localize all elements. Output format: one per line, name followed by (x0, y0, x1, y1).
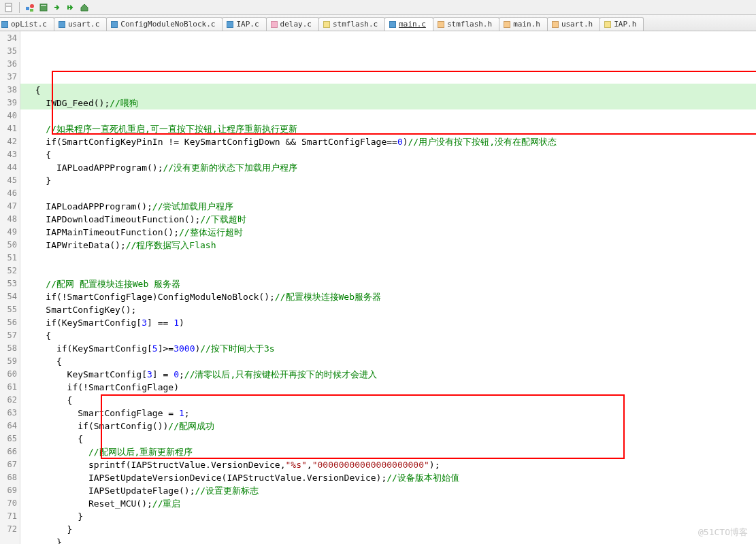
line-number: 51 (0, 252, 20, 265)
code-line: if(KeySmartConfig[3] == 1) (20, 316, 756, 329)
line-number: 35 (0, 45, 20, 58)
line-number: 59 (0, 355, 20, 368)
file-icon (504, 21, 510, 28)
code-area[interactable]: { IWDG_Feed();//喂狗 //如果程序一直死机重启,可一直按下按钮,… (20, 31, 756, 544)
editor: 3435363738394041424344454647484950515253… (0, 31, 756, 544)
tab-label: IAP.h (614, 20, 636, 29)
tab-IAP-c[interactable]: IAP.c (222, 17, 266, 31)
line-number: 66 (0, 445, 20, 458)
code-line: SmartConfigFlage = 1; (20, 407, 756, 420)
code-line: { (20, 329, 756, 342)
file-icon (59, 21, 65, 28)
code-line: IAPSetUpdateFlage();//设置更新标志 (20, 484, 756, 497)
line-number: 64 (0, 420, 20, 432)
tab-label: stmflash.c (333, 20, 378, 29)
svg-rect-6 (40, 4, 47, 11)
tab-bar: opList.cusart.cConfigModuleNoBlock.cIAP.… (0, 15, 756, 31)
tab-IAP-h[interactable]: IAP.h (599, 17, 644, 31)
line-number: 54 (0, 290, 20, 303)
svg-rect-1 (6, 5, 11, 5)
code-line: Reset_MCU();//重启 (20, 497, 756, 510)
step-arrow-icon[interactable] (66, 3, 76, 12)
line-number: 57 (0, 329, 20, 342)
file-icon (1, 21, 8, 28)
toolbar (0, 0, 756, 15)
line-number: 45 (0, 174, 20, 187)
tab-ConfigModuleNoBlock-c[interactable]: ConfigModuleNoBlock.c (106, 17, 223, 31)
tab-stmflash-c[interactable]: stmflash.c (318, 17, 385, 31)
line-gutter: 3435363738394041424344454647484950515253… (0, 31, 20, 544)
code-line: if(SmartConfigKeyPinIn != KeySmartConfig… (20, 135, 756, 148)
line-number: 47 (0, 200, 20, 213)
line-number: 71 (0, 510, 20, 523)
line-number: 41 (0, 122, 20, 135)
watermark: @51CTO博客 (698, 526, 748, 539)
svg-point-4 (30, 4, 34, 8)
code-line: IAPLoadAPPProgram();//尝试加载用户程序 (20, 200, 756, 213)
tab-main-h[interactable]: main.h (499, 17, 548, 31)
line-number: 62 (0, 394, 20, 407)
code-line: if(!SmartConfigFlage) (20, 381, 756, 394)
tab-usart-h[interactable]: usart.h (547, 17, 600, 31)
code-line: IAPLoadAPPProgram();//没有更新的状态下加载用户程序 (20, 161, 756, 174)
code-line: } (20, 536, 756, 544)
line-number: 69 (0, 484, 20, 497)
file-icon (438, 21, 444, 28)
code-line: KeySmartConfig[3] = 0;//清零以后,只有按键松开再按下的时… (20, 368, 756, 381)
file-icon (389, 21, 396, 28)
code-line: IAPDownloadTimeoutFunction();//下载超时 (20, 213, 756, 226)
line-number: 42 (0, 135, 20, 148)
code-line: //配网以后,重新更新程序 (20, 445, 756, 458)
svg-rect-2 (6, 6, 11, 7)
home-icon[interactable] (80, 3, 89, 12)
tab-stmflash-h[interactable]: stmflash.h (433, 17, 499, 31)
line-number: 63 (0, 407, 20, 420)
line-number: 52 (0, 265, 20, 277)
code-line: SmartConfigKey(); (20, 303, 756, 316)
code-line: } (20, 510, 756, 523)
book-icon[interactable] (39, 3, 48, 12)
svg-rect-7 (41, 5, 46, 6)
file-icon (111, 21, 118, 28)
code-line: { (20, 394, 756, 407)
code-line (20, 252, 756, 265)
tab-opList-c[interactable]: opList.c (0, 17, 54, 31)
code-line: //如果程序一直死机重启,可一直按下按钮,让程序重新执行更新 (20, 122, 756, 135)
tab-label: stmflash.h (447, 20, 492, 29)
svg-rect-0 (5, 3, 12, 12)
line-number: 50 (0, 239, 20, 252)
line-number: 44 (0, 161, 20, 174)
code-line: { (20, 148, 756, 161)
line-number: 39 (0, 97, 20, 109)
line-number: 36 (0, 58, 20, 71)
file-icon (323, 21, 330, 28)
run-arrow-icon[interactable] (52, 3, 62, 12)
line-number: 49 (0, 226, 20, 239)
tab-label: main.h (513, 20, 540, 29)
line-number: 65 (0, 432, 20, 445)
tab-label: usart.h (561, 20, 593, 29)
code-line (20, 109, 756, 122)
shapes-icon[interactable] (25, 3, 35, 12)
code-line (20, 265, 756, 277)
code-line: { (20, 355, 756, 368)
tab-usart-c[interactable]: usart.c (54, 17, 107, 31)
line-number: 70 (0, 497, 20, 510)
tab-delay-c[interactable]: delay.c (266, 17, 319, 31)
line-number: 68 (0, 471, 20, 484)
line-number: 60 (0, 368, 20, 381)
file-icon (604, 21, 611, 28)
code-line: { (20, 432, 756, 445)
code-line: if(!SmartConfigFlage)ConfigModuleNoBlock… (20, 290, 756, 303)
code-line: } (20, 174, 756, 187)
line-number: 38 (0, 84, 20, 97)
code-line: IAPWriteData();//程序数据写入Flash (20, 239, 756, 252)
file-icon (271, 21, 278, 28)
page-icon[interactable] (4, 3, 14, 12)
line-number: 37 (0, 71, 20, 84)
toolbar-sep (19, 2, 20, 13)
file-icon (552, 21, 559, 28)
tab-main-c[interactable]: main.c (384, 17, 433, 31)
line-number: 40 (0, 109, 20, 122)
line-number: 58 (0, 342, 20, 355)
